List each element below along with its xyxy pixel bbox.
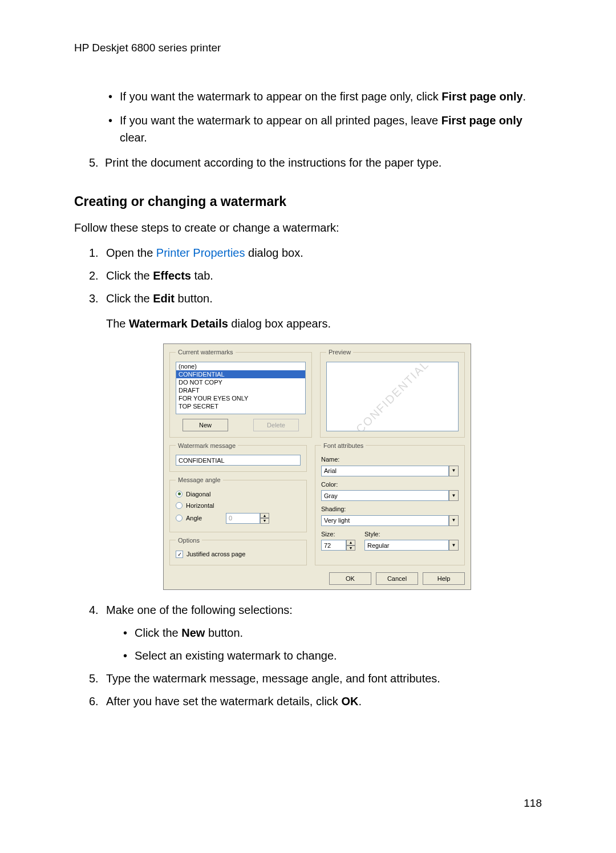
- top-bullet-list: If you want the watermark to appear on t…: [108, 88, 542, 146]
- step-text: Make one of the following selections:: [106, 604, 293, 616]
- top-bullet-2: If you want the watermark to appear on a…: [108, 112, 542, 146]
- chevron-down-icon[interactable]: ▼: [449, 490, 459, 501]
- font-attributes-group: Font attributes Name: ▼ Color: ▼: [315, 441, 465, 565]
- step-3-note: The Watermark Details dialog box appears…: [106, 315, 542, 332]
- text: The: [106, 317, 129, 330]
- preview-group: Preview CONFIDENTIAL: [320, 347, 465, 438]
- intro-text: Follow these steps to create or change a…: [74, 219, 542, 236]
- cancel-button[interactable]: Cancel: [376, 572, 418, 585]
- font-name-input[interactable]: [321, 466, 449, 476]
- radio-label: Angle: [186, 514, 222, 523]
- step-6: 6. After you have set the watermark deta…: [89, 693, 542, 710]
- text: button.: [175, 292, 213, 305]
- text: dialog box.: [245, 246, 303, 259]
- font-shading-select[interactable]: ▼: [321, 515, 459, 526]
- font-shading-input[interactable]: [321, 515, 449, 526]
- options-group: Options ✓ Justified across page: [169, 536, 307, 565]
- radio-icon: [176, 502, 183, 509]
- text: If you want the watermark to appear on a…: [120, 114, 441, 127]
- spinner-up-icon[interactable]: ▲: [346, 540, 355, 545]
- chevron-down-icon[interactable]: ▼: [449, 466, 459, 476]
- font-name-label: Name:: [321, 455, 459, 464]
- bold-text: Edit: [153, 292, 175, 305]
- font-style-label: Style:: [364, 529, 459, 539]
- group-label: Font attributes: [321, 441, 366, 451]
- radio-icon: [176, 491, 183, 498]
- group-label: Message angle: [176, 475, 223, 485]
- step-3: 3. Click the Edit button. The Watermark …: [89, 290, 542, 590]
- text: Click the: [106, 269, 153, 282]
- angle-spinner[interactable]: ▲ ▼: [226, 513, 269, 524]
- step-5: 5. Type the watermark message, message a…: [89, 670, 542, 687]
- text: dialog box appears.: [228, 317, 331, 330]
- step-list: 1. Open the Printer Properties dialog bo…: [89, 244, 542, 710]
- radio-label: Diagonal: [186, 490, 210, 499]
- font-style-input[interactable]: [364, 540, 449, 551]
- list-item[interactable]: (none): [176, 362, 305, 370]
- text: Click the: [106, 292, 153, 305]
- step-1: 1. Open the Printer Properties dialog bo…: [89, 244, 542, 261]
- watermark-listbox[interactable]: (none) CONFIDENTIAL DO NOT COPY DRAFT FO…: [176, 362, 306, 414]
- link-printer-properties[interactable]: Printer Properties: [156, 246, 245, 259]
- preview-watermark-text: CONFIDENTIAL: [352, 362, 433, 431]
- bold-text: First page only: [441, 90, 522, 103]
- font-shading-label: Shading:: [321, 504, 459, 514]
- delete-button: Delete: [253, 419, 299, 431]
- group-label: Preview: [326, 347, 353, 357]
- step-number: 6.: [89, 693, 99, 710]
- watermark-details-dialog: Current watermarks (none) CONFIDENTIAL D…: [163, 343, 471, 590]
- ok-button[interactable]: OK: [329, 572, 371, 585]
- group-label: Watermark message: [176, 441, 238, 451]
- radio-diagonal[interactable]: Diagonal: [176, 490, 301, 499]
- top-bullet-1: If you want the watermark to appear on t…: [108, 88, 542, 105]
- spinner-down-icon[interactable]: ▼: [260, 518, 269, 524]
- text: button.: [205, 626, 243, 639]
- step-number: 5.: [89, 670, 99, 687]
- group-label: Current watermarks: [176, 347, 236, 357]
- message-angle-group: Message angle Diagonal Horizontal Angle: [169, 475, 307, 532]
- step-text: Print the document according to the inst…: [105, 156, 441, 169]
- top-step-5: 5.Print the document according to the in…: [89, 154, 542, 171]
- bold-text: Watermark Details: [129, 317, 228, 330]
- current-watermarks-group: Current watermarks (none) CONFIDENTIAL D…: [169, 347, 312, 438]
- font-color-label: Color:: [321, 480, 459, 490]
- preview-area: CONFIDENTIAL: [326, 362, 459, 431]
- chevron-down-icon[interactable]: ▼: [449, 515, 459, 526]
- text: After you have set the watermark details…: [106, 695, 341, 708]
- bold-text: Effects: [153, 269, 191, 282]
- radio-horizontal[interactable]: Horizontal: [176, 501, 301, 511]
- spinner-down-icon[interactable]: ▼: [346, 545, 355, 551]
- step-4-sub-2: Select an existing watermark to change.: [123, 647, 542, 664]
- list-item[interactable]: TOP SECRET: [176, 402, 305, 410]
- font-size-spinner[interactable]: ▲ ▼: [321, 540, 360, 551]
- new-button[interactable]: New: [183, 419, 228, 431]
- page-number: 118: [74, 795, 542, 812]
- watermark-message-group: Watermark message: [169, 441, 307, 472]
- radio-angle[interactable]: Angle ▲ ▼: [176, 513, 301, 524]
- font-color-select[interactable]: ▼: [321, 490, 459, 501]
- chevron-down-icon[interactable]: ▼: [449, 540, 459, 551]
- text: Open the: [106, 246, 156, 259]
- list-item[interactable]: CONFIDENTIAL: [176, 370, 305, 378]
- bold-text: New: [181, 626, 205, 639]
- text: clear.: [120, 131, 147, 144]
- angle-input[interactable]: [226, 513, 260, 524]
- radio-icon: [176, 515, 183, 521]
- spinner-up-icon[interactable]: ▲: [260, 513, 269, 519]
- text: If you want the watermark to appear on t…: [120, 90, 441, 103]
- justified-checkbox[interactable]: ✓ Justified across page: [176, 549, 301, 559]
- list-item[interactable]: FOR YOUR EYES ONLY: [176, 394, 305, 402]
- font-size-input[interactable]: [321, 540, 346, 551]
- list-item[interactable]: DRAFT: [176, 386, 305, 394]
- step-number: 4.: [89, 601, 99, 618]
- text: tab.: [191, 269, 213, 282]
- help-button[interactable]: Help: [423, 572, 465, 585]
- step-number: 1.: [89, 244, 99, 261]
- step-4: 4. Make one of the following selections:…: [89, 601, 542, 664]
- section-heading: Creating or changing a watermark: [74, 192, 542, 212]
- font-name-select[interactable]: ▼: [321, 466, 459, 476]
- watermark-message-input[interactable]: [176, 455, 301, 466]
- list-item[interactable]: DO NOT COPY: [176, 378, 305, 386]
- font-style-select[interactable]: ▼: [364, 540, 459, 551]
- font-color-input[interactable]: [321, 490, 449, 501]
